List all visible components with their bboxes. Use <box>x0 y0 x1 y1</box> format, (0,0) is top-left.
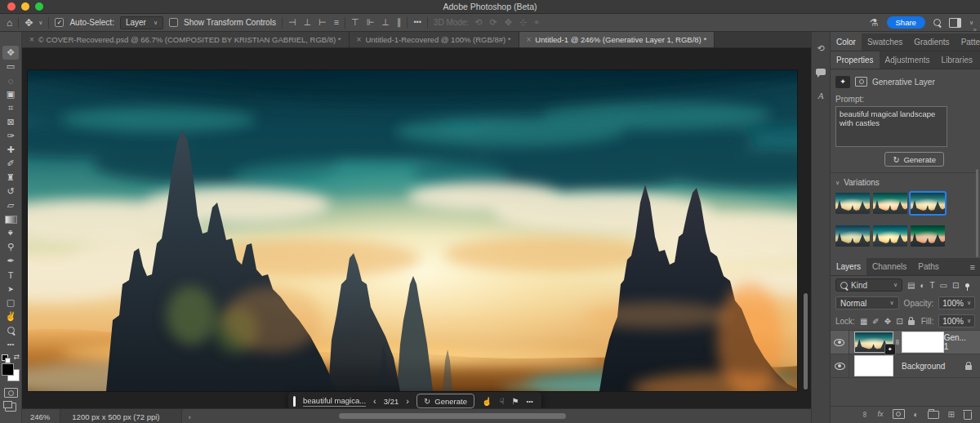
brush-tool[interactable]: ✐ <box>2 157 19 171</box>
history-brush-tool[interactable]: ↺ <box>2 185 19 198</box>
crop-tool[interactable]: ⌗ <box>2 101 19 115</box>
move-tool-preset-icon[interactable]: ✥ <box>24 18 33 28</box>
lock-position-icon[interactable]: ✥ <box>884 317 891 326</box>
prompt-input[interactable]: beautiful magical landscape with castles <box>835 106 947 147</box>
close-icon[interactable]: × <box>527 35 532 44</box>
filter-toggle-icon[interactable] <box>965 283 969 287</box>
variation-thumb[interactable] <box>835 193 870 214</box>
tab-patterns[interactable]: Patterns <box>956 33 980 51</box>
quick-mask-button[interactable] <box>4 388 18 398</box>
tab-paths[interactable]: Paths <box>912 258 945 275</box>
screen-mode-button[interactable] <box>5 403 16 412</box>
new-layer-icon[interactable]: ⊞ <box>948 410 955 419</box>
share-button[interactable]: Share <box>887 16 925 29</box>
healing-brush-tool[interactable]: ✚ <box>2 143 19 157</box>
task-bar-generate-button[interactable]: ↻ Generate <box>416 394 474 408</box>
layer-thumbnail[interactable]: ✦ <box>854 332 893 353</box>
filter-type-layers-icon[interactable]: T <box>930 281 935 290</box>
lock-artboard-icon[interactable]: ⊡ <box>896 317 902 326</box>
canvas-artwork[interactable] <box>28 70 797 391</box>
document-tab[interactable]: × © COVER-Recovered.psd @ 66.7% (COMPOSI… <box>22 32 350 47</box>
align-left-icon[interactable]: ⊣ <box>288 17 296 28</box>
distribute-horizontal-icon[interactable]: ≡ <box>334 17 339 28</box>
auto-select-dropdown[interactable]: Layer ∨ <box>120 16 163 29</box>
align-right-icon[interactable]: ⊢ <box>318 17 327 28</box>
zoom-tool[interactable] <box>2 323 19 337</box>
generate-button[interactable]: ↻ Generate <box>884 152 944 167</box>
variation-thumb[interactable] <box>873 225 907 247</box>
chevron-down-icon[interactable]: ∨ <box>38 20 42 26</box>
blend-mode-dropdown[interactable]: Normal ∨ <box>835 296 899 309</box>
history-panel-icon[interactable]: ⟲ <box>813 42 828 55</box>
workspace-icon[interactable] <box>949 18 961 28</box>
layer-effects-icon[interactable]: fx <box>878 410 884 418</box>
align-middle-icon[interactable]: ⊩ <box>367 17 375 28</box>
pen-tool[interactable]: ✒ <box>2 254 19 268</box>
chevron-down-icon[interactable]: ∨ <box>969 20 973 26</box>
visibility-cell[interactable] <box>831 331 849 354</box>
document-tab[interactable]: × Untitled-1-Recovered @ 100% (RGB/8#) * <box>350 32 519 47</box>
opacity-field[interactable]: 100% ∨ <box>938 296 975 309</box>
more-options-icon[interactable]: ••• <box>413 19 421 26</box>
adjustment-layer-icon[interactable]: ◐ <box>914 410 919 419</box>
layer-mask-thumbnail[interactable] <box>902 332 944 353</box>
variation-thumb[interactable] <box>873 193 907 214</box>
align-center-icon[interactable]: ⊥ <box>303 17 311 28</box>
close-icon[interactable]: × <box>29 35 34 44</box>
thumbs-down-icon[interactable]: ☟ <box>499 397 504 406</box>
fill-field[interactable]: 100% ∨ <box>938 314 975 327</box>
report-flag-icon[interactable]: ⚑ <box>512 397 519 406</box>
link-layers-icon[interactable]: ∞ <box>861 411 870 416</box>
variation-thumb-selected[interactable] <box>911 193 945 214</box>
foreground-color-swatch[interactable] <box>2 363 14 376</box>
edit-toolbar-button[interactable]: ••• <box>2 337 19 351</box>
tab-color[interactable]: Color <box>831 33 862 51</box>
lasso-tool[interactable]: ◌ <box>2 73 19 87</box>
filter-pixel-layers-icon[interactable]: ▤ <box>907 281 915 290</box>
filter-smart-objects-icon[interactable]: ⊡ <box>952 281 959 290</box>
layer-row-background[interactable]: Background <box>831 354 980 378</box>
blur-tool[interactable]: ♠ <box>2 226 19 240</box>
layer-row-generative[interactable]: ✦ ∞ Gen... 1 <box>831 330 980 354</box>
eyedropper-tool[interactable]: ✑ <box>2 129 19 143</box>
panel-menu-icon[interactable]: ≡ <box>965 258 980 275</box>
align-bottom-icon[interactable]: ⊥ <box>381 17 390 28</box>
panel-scrollbar[interactable] <box>976 169 978 257</box>
vertical-scrollbar[interactable] <box>804 293 808 390</box>
next-variation-icon[interactable]: › <box>406 396 409 406</box>
object-selection-tool[interactable]: ▣ <box>2 87 19 101</box>
default-colors-icon[interactable] <box>2 354 8 361</box>
background-lock-icon[interactable] <box>965 365 972 370</box>
new-group-icon[interactable] <box>928 411 939 419</box>
zoom-window-button[interactable] <box>35 2 43 11</box>
tab-layers[interactable]: Layers <box>831 258 866 275</box>
tab-properties[interactable]: Properties <box>831 51 880 69</box>
search-icon[interactable] <box>933 19 941 26</box>
filter-adjustment-layers-icon[interactable]: ◐ <box>920 281 924 290</box>
lock-transparency-icon[interactable]: ▦ <box>860 317 867 326</box>
tab-swatches[interactable]: Swatches <box>862 33 908 51</box>
beta-flask-icon[interactable]: ⚗ <box>870 18 879 28</box>
previous-variation-icon[interactable]: ‹ <box>373 396 376 406</box>
delete-layer-icon[interactable] <box>964 412 972 420</box>
shape-tool[interactable]: ▢ <box>2 296 19 309</box>
layer-filter-dropdown[interactable]: Kind ∨ <box>835 278 902 292</box>
gradient-tool[interactable] <box>2 212 19 226</box>
add-mask-icon[interactable] <box>893 409 905 419</box>
tab-channels[interactable]: Channels <box>866 258 912 275</box>
thumbs-up-icon[interactable]: ☝ <box>482 397 492 406</box>
variation-thumb[interactable] <box>911 225 945 247</box>
tab-libraries[interactable]: Libraries <box>936 51 978 69</box>
task-bar-handle[interactable] <box>293 396 296 407</box>
minimize-window-button[interactable] <box>21 2 29 11</box>
dodge-tool[interactable]: ⚲ <box>2 240 19 254</box>
home-icon[interactable]: ⌂ <box>7 18 12 28</box>
show-transform-checkbox[interactable] <box>169 18 178 27</box>
task-bar-prompt-field[interactable]: beautiful magica... <box>303 396 366 407</box>
tab-gradients[interactable]: Gradients <box>908 33 955 51</box>
swap-colors-icon[interactable]: ⇄ <box>13 353 20 361</box>
document-tab-active[interactable]: × Untitled-1 @ 246% (Generative Layer 1,… <box>519 32 715 47</box>
horizontal-scrollbar[interactable] <box>339 413 566 419</box>
variations-header[interactable]: ∨ Variations <box>835 178 973 187</box>
marquee-tool[interactable]: ▭ <box>2 60 19 73</box>
